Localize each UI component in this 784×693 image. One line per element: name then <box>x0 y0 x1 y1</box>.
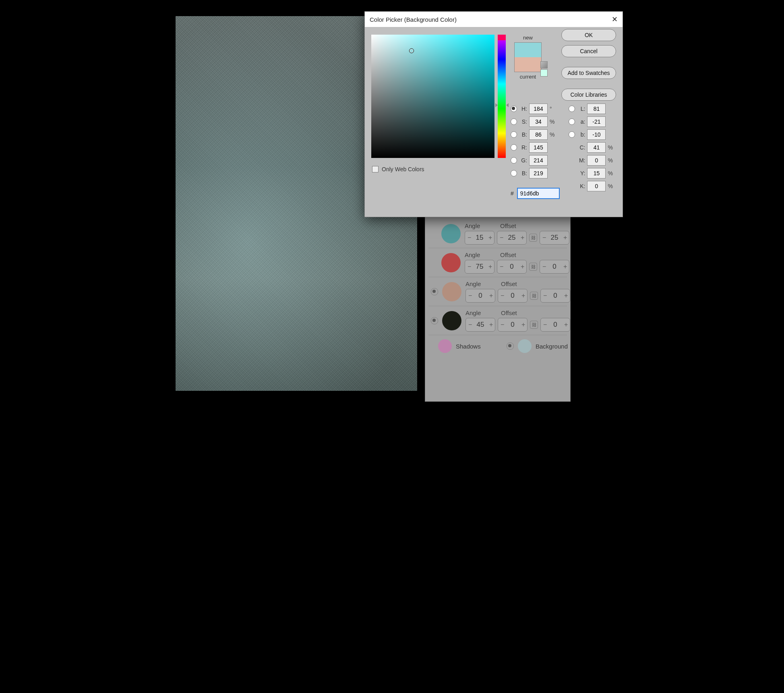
angle-stepper[interactable]: −75+ <box>465 260 494 274</box>
decrement-button[interactable]: − <box>541 289 549 302</box>
m-input[interactable] <box>587 155 606 166</box>
angle-label: Angle <box>465 251 493 258</box>
color-mode-radio-b[interactable] <box>511 131 517 138</box>
offset2-stepper[interactable]: −0+ <box>540 318 570 332</box>
decrement-button[interactable]: − <box>498 289 506 302</box>
link-icon[interactable]: ⛓ <box>530 321 538 329</box>
offset1-stepper[interactable]: −25+ <box>497 231 527 245</box>
offset-label: Offset <box>501 280 517 287</box>
add-swatches-button[interactable]: Add to Swatches <box>561 67 616 79</box>
increment-button[interactable]: + <box>519 318 527 331</box>
s-input[interactable] <box>529 116 548 127</box>
offset2-stepper[interactable]: −25+ <box>540 231 569 245</box>
channel-swatch[interactable] <box>442 282 461 301</box>
visibility-toggle[interactable] <box>431 230 437 237</box>
background-swatch[interactable] <box>518 339 532 353</box>
visibility-toggle-background[interactable] <box>507 342 514 350</box>
saturation-value-field[interactable] <box>371 35 494 158</box>
sv-cursor[interactable] <box>409 48 414 53</box>
decrement-button[interactable]: − <box>541 318 549 331</box>
color-mode-radio-h[interactable] <box>511 106 517 112</box>
color-mode-radio-b[interactable] <box>569 131 575 138</box>
visibility-toggle[interactable] <box>431 288 438 295</box>
increment-button[interactable]: + <box>561 231 569 244</box>
color-mode-radio-s[interactable] <box>511 118 517 125</box>
hex-input[interactable] <box>517 188 560 199</box>
web-colors-checkbox[interactable] <box>372 166 379 172</box>
decrement-button[interactable]: − <box>540 260 548 273</box>
channel-swatch[interactable] <box>442 311 461 330</box>
decrement-button[interactable]: − <box>540 231 548 244</box>
channel-row: AngleOffset−45+−0+⛓−0+ <box>428 306 567 335</box>
field-label: a: <box>577 118 585 125</box>
b-input[interactable] <box>587 129 606 140</box>
c-input[interactable] <box>587 142 606 153</box>
color-mode-radio-bl[interactable] <box>511 170 517 176</box>
websafe-warning-icon[interactable] <box>540 69 548 77</box>
new-color-swatch[interactable] <box>514 42 542 57</box>
increment-button[interactable]: + <box>486 260 494 273</box>
color-mode-radio-r[interactable] <box>511 144 517 151</box>
channel-swatch[interactable] <box>441 253 461 272</box>
color-mode-radio-l[interactable] <box>569 106 575 112</box>
increment-button[interactable]: + <box>487 318 495 331</box>
color-mode-radio-a[interactable] <box>569 118 575 125</box>
angle-stepper[interactable]: −15+ <box>465 231 494 245</box>
decrement-button[interactable]: − <box>498 318 506 331</box>
decrement-button[interactable]: − <box>497 260 505 273</box>
link-icon[interactable]: ⛓ <box>530 292 538 300</box>
stepper-value: 0 <box>505 263 518 271</box>
g-input[interactable] <box>529 155 548 166</box>
r-input[interactable] <box>529 142 548 153</box>
cancel-button[interactable]: Cancel <box>561 45 616 57</box>
visibility-toggle[interactable] <box>431 259 437 266</box>
ok-button[interactable]: OK <box>561 29 616 41</box>
y-input[interactable] <box>587 168 606 178</box>
shadows-swatch[interactable] <box>438 339 452 353</box>
increment-button[interactable]: + <box>561 260 569 273</box>
stepper-value: 45 <box>474 321 487 329</box>
visibility-toggle[interactable] <box>431 317 438 324</box>
hue-slider[interactable] <box>498 35 506 158</box>
increment-button[interactable]: + <box>486 231 494 244</box>
increment-button[interactable]: + <box>487 289 495 302</box>
close-icon[interactable]: ✕ <box>612 15 618 24</box>
offset1-stepper[interactable]: −0+ <box>498 289 527 303</box>
a-input[interactable] <box>587 116 606 127</box>
l-input[interactable] <box>587 104 606 114</box>
color-mode-radio-g[interactable] <box>511 157 517 164</box>
b-input[interactable] <box>529 129 548 140</box>
decrement-button[interactable]: − <box>465 260 473 273</box>
link-icon[interactable]: ⛓ <box>529 263 537 271</box>
link-icon[interactable]: ⛓ <box>529 234 537 242</box>
offset2-stepper[interactable]: −0+ <box>540 289 570 303</box>
gamut-warning-icon[interactable] <box>540 61 548 68</box>
offset1-stepper[interactable]: −0+ <box>498 318 527 332</box>
increment-button[interactable]: + <box>519 289 527 302</box>
color-libraries-button[interactable]: Color Libraries <box>561 89 616 101</box>
k-input[interactable] <box>587 181 606 191</box>
offset2-stepper[interactable]: −0+ <box>540 260 569 274</box>
channel-swatch[interactable] <box>441 224 461 243</box>
decrement-button[interactable]: − <box>466 289 474 302</box>
h-input[interactable] <box>529 104 548 114</box>
stepper-value: 0 <box>549 321 562 329</box>
angle-label: Angle <box>465 222 493 229</box>
bl-input[interactable] <box>529 168 548 178</box>
increment-button[interactable]: + <box>562 318 570 331</box>
current-color-swatch[interactable] <box>514 57 542 72</box>
stepper-value: 0 <box>506 292 519 300</box>
field-label: K: <box>577 183 585 189</box>
increment-button[interactable]: + <box>562 289 570 302</box>
angle-stepper[interactable]: −0+ <box>465 289 495 303</box>
angle-stepper[interactable]: −45+ <box>465 318 495 332</box>
field-label: S: <box>519 118 527 125</box>
stepper-value: 0 <box>506 321 519 329</box>
increment-button[interactable]: + <box>518 260 526 273</box>
decrement-button[interactable]: − <box>466 318 474 331</box>
increment-button[interactable]: + <box>518 231 526 244</box>
decrement-button[interactable]: − <box>465 231 473 244</box>
offset1-stepper[interactable]: −0+ <box>497 260 527 274</box>
angle-label: Angle <box>465 309 494 316</box>
decrement-button[interactable]: − <box>497 231 505 244</box>
